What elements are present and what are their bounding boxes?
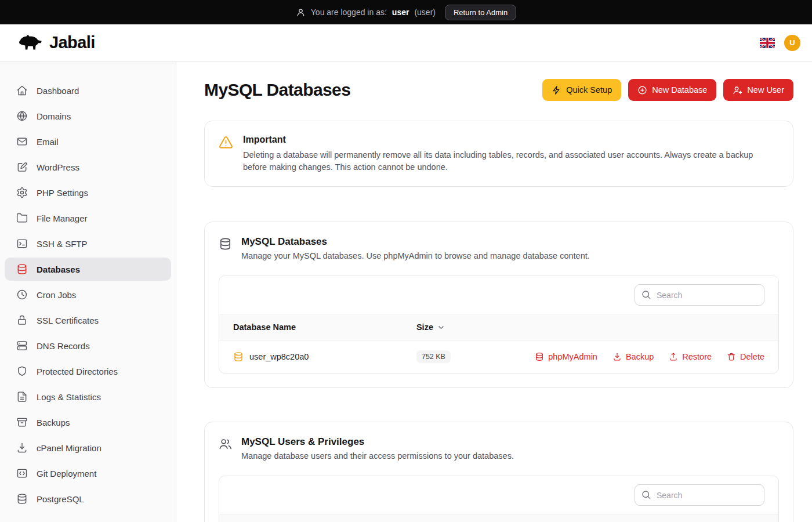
sidebar-item-label: PostgreSQL (37, 494, 84, 504)
plus-circle-icon (637, 85, 647, 95)
sidebar-item-label: SSL Certificates (37, 316, 99, 325)
page-title: MySQL Databases (204, 80, 350, 100)
archive-icon (16, 416, 28, 428)
column-header-database-privileges: Database Privileges (396, 514, 778, 522)
databases-search-input[interactable] (635, 284, 764, 306)
download-icon (16, 442, 28, 454)
user-icon (296, 8, 306, 17)
header-right: U (760, 35, 800, 51)
brand: Jabali (17, 33, 95, 52)
app-header: Jabali U (0, 24, 812, 61)
restore-button[interactable]: Restore (669, 352, 712, 361)
sidebar-item-cron-jobs[interactable]: Cron Jobs (5, 283, 171, 306)
backup-button[interactable]: Backup (612, 352, 654, 361)
sidebar-item-ssl-certificates[interactable]: SSL Certificates (5, 309, 171, 332)
warning-triangle-icon (219, 135, 233, 150)
users-section: MySQL Users & Privileges Manage database… (204, 422, 793, 522)
sidebar-item-label: Cron Jobs (37, 290, 76, 300)
new-user-button[interactable]: New User (723, 79, 793, 101)
users-search-input[interactable] (635, 484, 764, 506)
shield-icon (16, 365, 28, 377)
sidebar-item-label: File Manager (37, 213, 88, 223)
database-icon (16, 493, 28, 505)
globe-icon (16, 110, 28, 122)
sidebar-item-php-settings[interactable]: PHP Settings (5, 181, 171, 204)
sidebar-item-file-manager[interactable]: File Manager (5, 206, 171, 230)
file-text-icon (16, 391, 28, 403)
return-to-admin-button[interactable]: Return to Admin (445, 5, 516, 20)
admin-banner: You are logged in as: user (user) Return… (0, 0, 812, 24)
lock-icon (16, 314, 28, 326)
uk-flag-icon[interactable] (760, 38, 775, 48)
warning-title: Important (243, 135, 779, 145)
phpmyadmin-link[interactable]: phpMyAdmin (535, 352, 597, 361)
clock-icon (16, 289, 28, 300)
sidebar-item-logs-statistics[interactable]: Logs & Statistics (5, 385, 171, 408)
database-icon (219, 237, 232, 251)
jabali-logo-icon (17, 33, 44, 52)
databases-section-title: MySQL Databases (241, 236, 590, 248)
new-user-label: New User (747, 85, 784, 95)
new-database-label: New Database (652, 85, 707, 95)
user-plus-icon (733, 85, 742, 95)
sidebar-item-label: Email (37, 137, 59, 147)
database-icon (535, 352, 544, 361)
terminal-icon (16, 238, 28, 249)
sidebar-item-git-deployment[interactable]: Git Deployment (5, 462, 171, 485)
sidebar-item-dashboard[interactable]: Dashboard (5, 79, 171, 102)
column-header-database-name: Database Name (219, 314, 403, 340)
sidebar-item-protected-directories[interactable]: Protected Directories (5, 360, 171, 383)
server-icon (16, 340, 28, 351)
quick-setup-button[interactable]: Quick Setup (542, 79, 621, 101)
trash-icon (727, 352, 736, 361)
size-sort-button[interactable]: Size (416, 322, 445, 332)
sidebar-item-label: Domains (37, 111, 71, 121)
sidebar-item-databases[interactable]: Databases (5, 258, 171, 281)
upload-icon (669, 352, 678, 361)
users-icon (219, 437, 232, 451)
delete-button[interactable]: Delete (727, 352, 764, 361)
logged-in-message: You are logged in as: user (user) (296, 8, 436, 17)
users-section-title: MySQL Users & Privileges (241, 436, 514, 448)
databases-section-subtitle: Manage your MySQL databases. Use phpMyAd… (241, 251, 590, 260)
sidebar-item-label: Logs & Statistics (37, 392, 101, 402)
zap-icon (552, 85, 561, 95)
database-name: user_wp8c20a0 (249, 352, 309, 361)
new-database-button[interactable]: New Database (628, 79, 716, 101)
databases-section: MySQL Databases Manage your MySQL databa… (204, 222, 793, 388)
folder-icon (16, 212, 28, 224)
pen-square-icon (16, 161, 28, 173)
users-table: User Database Privileges (219, 514, 778, 522)
sidebar-item-wordpress[interactable]: WordPress (5, 155, 171, 179)
column-header-size: Size (403, 314, 521, 340)
sidebar: Dashboard Domains Email WordPress PHP Se… (0, 61, 176, 522)
database-icon (16, 263, 28, 275)
main-content: MySQL Databases Quick Setup New Database… (176, 61, 812, 522)
sidebar-item-label: PHP Settings (37, 188, 88, 198)
mail-icon (16, 136, 28, 147)
column-header-actions (521, 314, 778, 340)
sidebar-item-label: SSH & SFTP (37, 239, 88, 249)
sidebar-item-label: Backups (37, 418, 70, 427)
databases-table: Database Name Size (219, 314, 778, 373)
sidebar-item-email[interactable]: Email (5, 130, 171, 153)
sidebar-item-label: WordPress (37, 162, 79, 172)
sidebar-item-label: Databases (37, 264, 80, 274)
sidebar-item-label: DNS Records (37, 341, 90, 351)
brand-name: Jabali (49, 33, 95, 52)
sidebar-item-cpanel-migration[interactable]: cPanel Migration (5, 436, 171, 459)
sidebar-item-backups[interactable]: Backups (5, 411, 171, 434)
sidebar-item-postgresql[interactable]: PostgreSQL (5, 487, 171, 510)
logged-in-role: (user) (414, 8, 436, 17)
home-icon (16, 85, 28, 96)
sidebar-item-label: Git Deployment (37, 469, 96, 478)
sidebar-item-domains[interactable]: Domains (5, 104, 171, 128)
quick-setup-label: Quick Setup (566, 85, 612, 95)
sidebar-item-ssh-sftp[interactable]: SSH & SFTP (5, 232, 171, 255)
download-icon (612, 352, 622, 361)
sidebar-item-dns-records[interactable]: DNS Records (5, 334, 171, 357)
sidebar-item-label: Dashboard (37, 86, 79, 96)
size-badge: 752 KB (416, 350, 451, 363)
avatar[interactable]: U (784, 35, 800, 51)
users-section-subtitle: Manage database users and their access p… (241, 451, 514, 461)
